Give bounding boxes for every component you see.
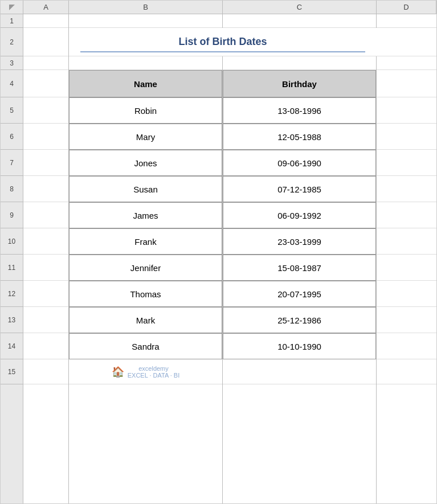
col-b: List of Birth Dates Name Robin Mary Jone…: [69, 14, 223, 503]
cell-c15[interactable]: [223, 359, 376, 384]
cell-a12[interactable]: [23, 281, 68, 307]
cell-b14[interactable]: Sandra: [69, 333, 222, 359]
cell-a4[interactable]: [23, 70, 68, 97]
cell-d2[interactable]: [377, 28, 436, 56]
col-d: [377, 14, 436, 503]
watermark-line2: EXCEL · DATA · BI: [128, 372, 180, 379]
cell-a3[interactable]: [23, 56, 68, 70]
cell-d15[interactable]: [377, 359, 436, 384]
cell-c10[interactable]: 23-03-1999: [223, 228, 376, 255]
cell-c9[interactable]: 06-09-1992: [223, 202, 376, 228]
cell-b7[interactable]: Jones: [69, 150, 222, 176]
cell-c13[interactable]: 25-12-1986: [223, 307, 376, 333]
cell-d6[interactable]: [377, 124, 436, 150]
cell-d13[interactable]: [377, 307, 436, 333]
cell-c12[interactable]: 20-07-1995: [223, 281, 376, 307]
cell-c5[interactable]: 13-08-1996: [223, 97, 376, 124]
cell-d5[interactable]: [377, 97, 436, 124]
cell-b11[interactable]: Jennifer: [69, 255, 222, 281]
cell-b9[interactable]: James: [69, 202, 222, 228]
cell-a13[interactable]: [23, 307, 68, 333]
cell-b6[interactable]: Mary: [69, 124, 222, 150]
cell-b2-title[interactable]: List of Birth Dates: [69, 28, 377, 56]
row-num-8: 8: [1, 176, 23, 202]
cell-a5[interactable]: [23, 97, 68, 124]
cell-c1[interactable]: [223, 14, 376, 28]
cell-a9[interactable]: [23, 202, 68, 228]
col-header-b: B: [69, 1, 223, 14]
row-num-12: 12: [1, 281, 23, 307]
cell-d14[interactable]: [377, 333, 436, 359]
column-headers: A B C D: [1, 1, 436, 14]
corner-cell: [1, 1, 23, 14]
cell-b1[interactable]: [69, 14, 222, 28]
cell-c8[interactable]: 07-12-1985: [223, 176, 376, 202]
row-num-11: 11: [1, 255, 23, 281]
cell-c14[interactable]: 10-10-1990: [223, 333, 376, 359]
cell-d3[interactable]: [377, 56, 436, 70]
grid-columns: List of Birth Dates Name Robin Mary Jone…: [23, 14, 436, 503]
cell-d10[interactable]: [377, 228, 436, 255]
row-num-7: 7: [1, 150, 23, 176]
cell-c3[interactable]: [223, 56, 376, 70]
row-num-13: 13: [1, 307, 23, 333]
cell-d1[interactable]: [377, 14, 436, 28]
cell-a14[interactable]: [23, 333, 68, 359]
cell-b3[interactable]: [69, 56, 222, 70]
col-c: Birthday 13-08-1996 12-05-1988 09-06-199…: [223, 14, 377, 503]
col-header-c: C: [223, 1, 377, 14]
cell-d7[interactable]: [377, 150, 436, 176]
col-a: [23, 14, 69, 503]
row-num-2: 2: [1, 28, 23, 56]
row-num-6: 6: [1, 124, 23, 150]
svg-marker-0: [9, 5, 15, 10]
watermark-house-icon: 🏠: [112, 366, 124, 378]
row-num-15: 15: [1, 359, 23, 384]
row-num-10: 10: [1, 228, 23, 255]
cell-c4-birthday-header[interactable]: Birthday: [223, 70, 376, 97]
cell-a11[interactable]: [23, 255, 68, 281]
cell-c11[interactable]: 15-08-1987: [223, 255, 376, 281]
cell-a6[interactable]: [23, 124, 68, 150]
cell-a7[interactable]: [23, 150, 68, 176]
cell-b8[interactable]: Susan: [69, 176, 222, 202]
cell-a2[interactable]: [23, 28, 68, 56]
cell-a10[interactable]: [23, 228, 68, 255]
col-header-d: D: [377, 1, 436, 14]
cell-d8[interactable]: [377, 176, 436, 202]
row-num-3: 3: [1, 56, 23, 70]
title-underline: [80, 51, 365, 52]
cell-d12[interactable]: [377, 281, 436, 307]
grid-body: 1 2 3 4 5 6 7 8 9 10 11 12 13 14 15: [1, 14, 436, 503]
row-num-5: 5: [1, 97, 23, 124]
cell-b4-name-header[interactable]: Name: [69, 70, 222, 97]
cell-d4[interactable]: [377, 70, 436, 97]
cell-a1[interactable]: [23, 14, 68, 28]
cell-c7[interactable]: 09-06-1990: [223, 150, 376, 176]
col-header-a: A: [23, 1, 69, 14]
cell-b5[interactable]: Robin: [69, 97, 222, 124]
cell-b13[interactable]: Mark: [69, 307, 222, 333]
cell-d9[interactable]: [377, 202, 436, 228]
cell-b15-watermark: 🏠 exceldemy EXCEL · DATA · BI: [69, 359, 222, 384]
spreadsheet: A B C D 1 2 3 4 5 6 7 8 9 10 11 12 13 14…: [0, 0, 437, 504]
cell-b10[interactable]: Frank: [69, 228, 222, 255]
cell-b12[interactable]: Thomas: [69, 281, 222, 307]
watermark-line1: exceldemy: [128, 365, 180, 372]
spreadsheet-title: List of Birth Dates: [178, 36, 267, 48]
row-num-4: 4: [1, 70, 23, 97]
row-num-9: 9: [1, 202, 23, 228]
row-num-1: 1: [1, 14, 23, 28]
row-numbers: 1 2 3 4 5 6 7 8 9 10 11 12 13 14 15: [1, 14, 23, 503]
watermark-text: exceldemy EXCEL · DATA · BI: [128, 365, 180, 379]
cell-a8[interactable]: [23, 176, 68, 202]
cell-d11[interactable]: [377, 255, 436, 281]
cell-a15[interactable]: [23, 359, 68, 384]
row-num-14: 14: [1, 333, 23, 359]
cell-c6[interactable]: 12-05-1988: [223, 124, 376, 150]
